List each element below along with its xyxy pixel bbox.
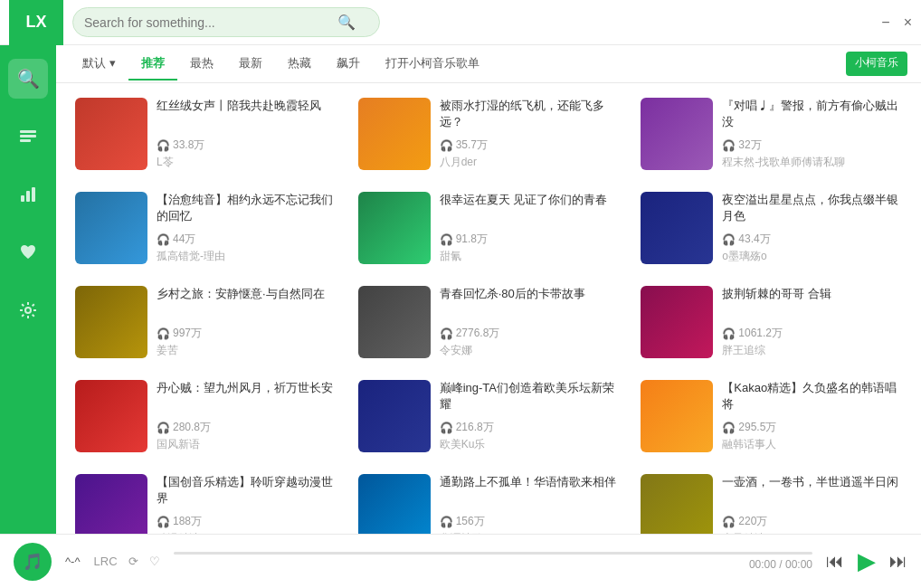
search-bar[interactable]: 🔍 [72, 7, 380, 37]
tab-new[interactable]: 最新 [226, 48, 275, 81]
loop-button[interactable]: ⟳ [128, 555, 138, 568]
card-info: 通勤路上不孤单！华语情歌来相伴🎧 156万华语情歌 [440, 474, 620, 534]
card-meta: 🎧 33.8万L苓 [157, 138, 337, 170]
playlist-card[interactable]: 【治愈纯音】相约永远不忘记我们的回忆🎧 44万孤高错觉-理由 [70, 186, 342, 270]
tab-hot[interactable]: 最热 [177, 48, 226, 81]
card-info: 【治愈纯音】相约永远不忘记我们的回忆🎧 44万孤高错觉-理由 [157, 192, 337, 264]
card-author: L苓 [157, 155, 337, 170]
card-thumbnail [641, 380, 713, 452]
titlebar: LX 🔍 − × [0, 0, 921, 45]
player-progress: 00:00 / 00:00 [174, 552, 812, 571]
card-play-count: 🎧 188万 [157, 514, 337, 529]
playlist-card[interactable]: 很幸运在夏天 见证了你们的青春🎧 91.8万甜氰 [353, 186, 625, 270]
card-author: 甜氰 [440, 249, 620, 264]
card-info: 披荆斩棘的哥哥 合辑🎧 1061.2万胖王追综 [722, 286, 902, 358]
search-icon[interactable]: 🔍 [337, 14, 356, 31]
tabs-right: 小柯音乐 [846, 52, 907, 76]
sidebar-item-search[interactable]: 🔍 [8, 59, 48, 99]
playlist-card[interactable]: 『对唱♩』警报，前方有偷心贼出没🎧 32万程末然-找歌单师傅请私聊 [635, 92, 907, 175]
card-title: 丹心贼：望九州风月，祈万世长安 [157, 380, 337, 396]
playlist-card[interactable]: 被雨水打湿的纸飞机，还能飞多远？🎧 35.7万八月der [353, 92, 625, 175]
card-thumbnail [75, 474, 147, 534]
card-meta: 🎧 43.4万o墨璃殇o [722, 232, 902, 264]
tab-collect[interactable]: 热藏 [275, 48, 324, 81]
time-current: 00:00 [749, 558, 776, 571]
card-thumbnail [641, 474, 713, 534]
playlist-card[interactable]: 夜空溢出星星点点，你我点缀半银月色🎧 43.4万o墨璃殇o [635, 186, 907, 270]
close-button[interactable]: × [904, 14, 912, 31]
main-layout: 🔍 [0, 45, 921, 534]
content-area: 默认 ▾ 推荐 最热 最新 热藏 飙升 打开小柯音乐歌单 小柯音乐 红丝绒女声丨… [56, 45, 921, 534]
playlist-card[interactable]: 巅峰ing-TA们创造着欧美乐坛新荣耀🎧 216.8万欧美Ku乐 [353, 375, 625, 458]
playlist-card[interactable]: 【Kakao精选】久负盛名的韩语唱将🎧 295.5万融韩话事人 [635, 375, 907, 458]
card-title: 一壶酒，一卷书，半世逍遥半日闲 [722, 474, 902, 490]
card-meta: 🎧 280.8万国风新语 [157, 420, 337, 452]
card-meta: 🎧 997万姜苦 [157, 326, 337, 358]
favorite-button[interactable]: ♡ [149, 555, 160, 568]
card-meta: 🎧 216.8万欧美Ku乐 [440, 420, 620, 452]
card-title: 【国创音乐精选】聆听穿越动漫世界 [157, 474, 337, 507]
card-thumbnail [641, 286, 713, 358]
headphone-icon: 🎧 [157, 139, 170, 152]
card-info: 『对唱♩』警报，前方有偷心贼出没🎧 32万程末然-找歌单师傅请私聊 [722, 98, 902, 170]
card-thumbnail [358, 474, 431, 534]
card-meta: 🎧 295.5万融韩话事人 [722, 420, 902, 452]
card-play-count: 🎧 33.8万 [157, 138, 337, 153]
card-title: 红丝绒女声丨陪我共赴晚霞轻风 [157, 98, 337, 114]
tabs-bar: 默认 ▾ 推荐 最热 最新 热藏 飙升 打开小柯音乐歌单 小柯音乐 [56, 45, 921, 83]
card-meta: 🎧 91.8万甜氰 [440, 232, 620, 264]
tab-open[interactable]: 打开小柯音乐歌单 [373, 48, 492, 81]
sidebar-item-chart[interactable] [8, 175, 48, 214]
sidebar: 🔍 [0, 45, 56, 534]
card-info: 巅峰ing-TA们创造着欧美乐坛新荣耀🎧 216.8万欧美Ku乐 [440, 380, 620, 452]
card-info: 丹心贼：望九州风月，祈万世长安🎧 280.8万国风新语 [157, 380, 337, 452]
playlist-card[interactable]: 丹心贼：望九州风月，祈万世长安🎧 280.8万国风新语 [70, 375, 342, 458]
card-thumbnail [358, 380, 431, 452]
sidebar-item-library[interactable] [8, 117, 48, 156]
card-play-count: 🎧 220万 [722, 514, 902, 529]
card-author: o墨璃殇o [722, 249, 902, 264]
headphone-icon: 🎧 [722, 422, 736, 434]
lrc-button[interactable]: LRC [94, 555, 118, 568]
progress-bar[interactable] [174, 552, 812, 555]
playlist-card[interactable]: 披荆斩棘的哥哥 合辑🎧 1061.2万胖王追综 [635, 280, 907, 364]
player-time: 00:00 / 00:00 [174, 558, 812, 571]
playlist-card[interactable]: 红丝绒女声丨陪我共赴晚霞轻风🎧 33.8万L苓 [70, 92, 342, 175]
tab-recommend[interactable]: 推荐 [128, 48, 177, 81]
card-title: 巅峰ing-TA们创造着欧美乐坛新荣耀 [440, 380, 620, 413]
card-info: 夜空溢出星星点点，你我点缀半银月色🎧 43.4万o墨璃殇o [722, 192, 902, 264]
tab-rise[interactable]: 飙升 [324, 48, 373, 81]
playlist-grid: 红丝绒女声丨陪我共赴晚霞轻风🎧 33.8万L苓被雨水打湿的纸飞机，还能飞多远？🎧… [56, 83, 921, 534]
card-title: 很幸运在夏天 见证了你们的青春 [440, 192, 620, 208]
minimize-button[interactable]: − [881, 14, 889, 31]
playlist-card[interactable]: 一壶酒，一卷书，半世逍遥半日闲🎧 220万古风精选 [635, 469, 907, 534]
card-thumbnail [641, 98, 713, 170]
playlist-card[interactable]: 通勤路上不孤单！华语情歌来相伴🎧 156万华语情歌 [353, 469, 625, 534]
playlist-card[interactable]: 青春回忆杀·80后的卡带故事🎧 2776.8万令安娜 [353, 280, 625, 364]
card-title: 【Kakao精选】久负盛名的韩语唱将 [722, 380, 902, 413]
card-play-count: 🎧 156万 [440, 514, 620, 529]
tab-xiaogou[interactable]: 小柯音乐 [846, 52, 907, 76]
card-author: 程末然-找歌单师傅请私聊 [722, 155, 902, 170]
card-meta: 🎧 156万华语情歌 [440, 514, 620, 534]
card-author: 孤高错觉-理由 [157, 249, 337, 264]
play-button[interactable]: ▶ [858, 547, 876, 575]
sidebar-item-favorite[interactable] [8, 232, 48, 272]
prev-button[interactable]: ⏮ [826, 551, 844, 572]
headphone-icon: 🎧 [722, 516, 736, 528]
card-info: 很幸运在夏天 见证了你们的青春🎧 91.8万甜氰 [440, 192, 620, 264]
time-total: 00:00 [785, 558, 812, 571]
tab-default-arrow: ▾ [109, 56, 116, 70]
svg-rect-2 [20, 139, 31, 142]
time-separator: / [779, 558, 785, 571]
card-author: 八月der [440, 155, 620, 170]
card-author: 令安娜 [440, 343, 620, 358]
playlist-card[interactable]: 乡村之旅：安静惬意·与自然同在🎧 997万姜苦 [70, 280, 342, 364]
next-button[interactable]: ⏭ [889, 551, 907, 572]
card-play-count: 🎧 43.4万 [722, 232, 902, 247]
tab-default[interactable]: 默认 ▾ [70, 48, 128, 81]
search-input[interactable] [84, 15, 337, 30]
playlist-card[interactable]: 【国创音乐精选】聆听穿越动漫世界🎧 188万动漫精选 [70, 469, 342, 534]
card-info: 乡村之旅：安静惬意·与自然同在🎧 997万姜苦 [157, 286, 337, 358]
sidebar-item-settings[interactable] [8, 290, 48, 330]
